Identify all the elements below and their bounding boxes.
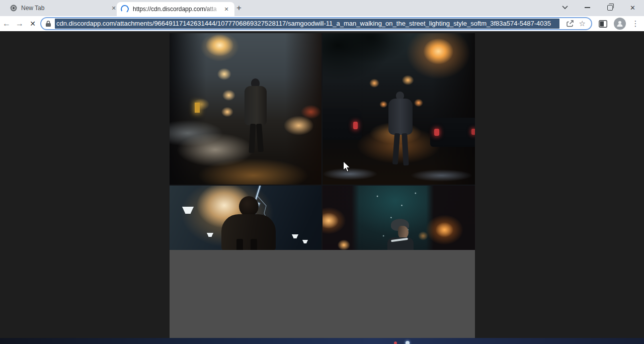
tab-discord-cdn[interactable]: https://cdn.discordapp.com/atta ✕	[117, 2, 234, 16]
toolbar-right-icons: ⋮	[596, 18, 641, 30]
man-silhouette-head	[239, 196, 259, 217]
parked-car	[323, 109, 362, 140]
street-lamp	[182, 207, 194, 214]
man-silhouette-leg	[401, 133, 409, 165]
window-controls: ✕	[553, 0, 644, 15]
tail-light	[434, 129, 439, 136]
minimize-button[interactable]	[576, 0, 599, 15]
man-silhouette-leg	[256, 124, 264, 152]
close-window-button[interactable]: ✕	[621, 0, 644, 15]
chrome-logo-icon	[10, 5, 17, 12]
backpack-strap	[236, 239, 243, 251]
tab-strip: New Tab ✕ https://cdn.discordapp.com/att…	[0, 0, 644, 16]
man-silhouette-leg	[249, 124, 256, 153]
bookmark-star-icon[interactable]: ☆	[579, 19, 586, 28]
lock-icon	[45, 20, 51, 27]
new-tab-button[interactable]: +	[233, 3, 245, 14]
man-silhouette-torso	[388, 99, 413, 135]
address-bar[interactable]: cdn.discordapp.com/attachments/966491171…	[40, 17, 592, 30]
street-lamp	[292, 234, 298, 238]
taskbar-icon-dot	[394, 341, 397, 344]
tail-light	[353, 122, 358, 129]
man-silhouette-leg	[392, 133, 400, 165]
browser-toolbar: ← → ✕ cdn.discordapp.com/attachments/966…	[0, 16, 644, 31]
minimize-icon	[585, 7, 590, 8]
chrome-chevron-down-icon[interactable]	[553, 0, 576, 15]
shop-sign	[195, 103, 200, 113]
share-icon[interactable]	[566, 20, 574, 28]
tab-new-tab[interactable]: New Tab ✕	[7, 0, 121, 16]
man-silhouette-hood	[221, 214, 276, 250]
back-button[interactable]: ←	[0, 17, 13, 30]
stop-loading-button[interactable]: ✕	[26, 17, 39, 30]
discord-attachment-image[interactable]	[170, 33, 475, 338]
side-panel-icon[interactable]	[599, 20, 607, 28]
url-text-selected[interactable]: cdn.discordapp.com/attachments/966491171…	[55, 19, 559, 29]
tab-title: New Tab	[21, 5, 110, 12]
backpack-strap	[251, 239, 257, 251]
image-quadrant-top-left	[170, 33, 321, 185]
forward-button[interactable]: →	[13, 17, 26, 30]
close-tab-icon[interactable]: ✕	[222, 5, 230, 13]
browser-menu-icon[interactable]: ⋮	[630, 19, 641, 28]
profile-avatar[interactable]	[614, 18, 626, 30]
restore-button[interactable]	[599, 0, 621, 15]
tail-light	[471, 129, 475, 135]
taskbar-icon-dot	[406, 341, 410, 344]
street-lamp	[207, 233, 213, 237]
street-lamp	[302, 240, 308, 243]
restore-icon	[607, 5, 613, 11]
page-content	[0, 31, 644, 338]
loading-spinner-icon	[120, 5, 130, 14]
mouse-cursor	[343, 161, 352, 173]
windows-taskbar-sliver	[0, 338, 644, 344]
parked-car	[430, 118, 475, 147]
man-silhouette-torso	[245, 86, 267, 125]
image-loading-placeholder	[170, 250, 475, 338]
tab-title: https://cdn.discordapp.com/atta	[133, 6, 222, 13]
